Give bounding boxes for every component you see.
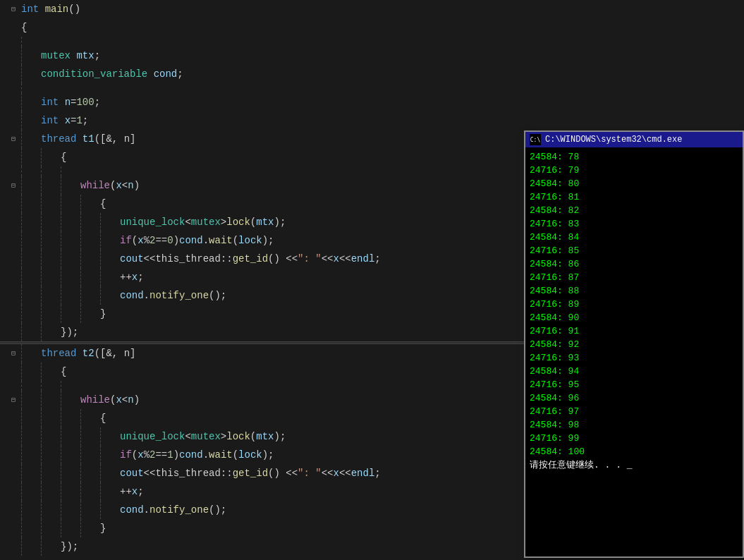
cmd-output-line: 24716: 91 [530,324,738,338]
cmd-output-line: 24716: 87 [530,271,738,284]
gutter: ⊟ [0,134,21,144]
gutter: ⊟ [0,181,21,190]
cmd-output-line: 24716: 95 [530,378,738,391]
gutter: ⊟ [0,348,21,358]
code-line: int x = 1; [0,111,744,130]
gutter: ⊟ [0,4,21,14]
token-function: main [45,4,69,15]
cmd-window[interactable]: C:\ C:\WINDOWS\system32\cmd.exe 24584: 7… [524,130,744,558]
cmd-output-line: 24584: 88 [530,284,738,298]
cmd-output-line: 24716: 97 [530,405,738,418]
cmd-output-line: 24584: 86 [530,257,738,271]
collapse-icon[interactable]: ⊟ [8,4,18,14]
code-line: { [0,18,744,37]
collapse-icon[interactable]: ⊟ [8,134,18,144]
cmd-body: 24584: 78 24716: 79 24584: 80 24716: 81 … [525,147,743,556]
cmd-output-line: 24716: 79 [530,164,738,177]
cmd-output-line: 24584: 80 [530,177,738,190]
code-content: { [21,20,744,35]
code-line: condition_variable cond; [0,65,744,83]
gutter: ⊟ [0,395,21,405]
cmd-output-line: 24584: 92 [530,338,738,351]
token-keyword: int [21,4,39,15]
code-line: ⊟ int main() [0,0,744,18]
collapse-icon[interactable]: ⊟ [8,181,18,190]
collapse-icon[interactable]: ⊟ [8,348,18,358]
cmd-output-line: 24584: 96 [530,391,738,405]
cmd-output-line: 24584: 90 [530,311,738,324]
code-line [0,83,744,93]
cmd-output-line: 24716: 85 [530,244,738,257]
code-line: int n = 100; [0,93,744,111]
code-line [0,37,744,47]
cmd-title: C:\WINDOWS\system32\cmd.exe [545,135,682,145]
cmd-output-line: 24584: 78 [530,150,738,164]
cmd-output-line: 24716: 93 [530,351,738,365]
collapse-icon[interactable]: ⊟ [8,395,18,405]
cmd-output-line: 24584: 100 [530,445,738,458]
code-content: int main() [21,2,744,16]
cmd-output-line: 24584: 82 [530,204,738,217]
cmd-output-line: 24716: 99 [530,432,738,445]
cmd-output-line: 24584: 84 [530,231,738,244]
code-content: mutex mtx; [41,49,744,63]
cmd-app-icon: C:\ [530,134,541,145]
cmd-titlebar: C:\ C:\WINDOWS\system32\cmd.exe [525,132,743,147]
code-content: condition_variable cond; [41,67,744,81]
cmd-output-line: 24716: 83 [530,217,738,231]
code-line: mutex mtx; [0,47,744,65]
cmd-output-line: 24584: 94 [530,365,738,378]
cmd-last-line: 请按任意键继续. . . _ [530,458,738,472]
code-content: int x = 1; [41,114,744,128]
code-content: int n = 100; [41,95,744,109]
cmd-output-line: 24584: 98 [530,418,738,432]
cmd-output-line: 24716: 89 [530,298,738,311]
cmd-output-line: 24716: 81 [530,190,738,204]
